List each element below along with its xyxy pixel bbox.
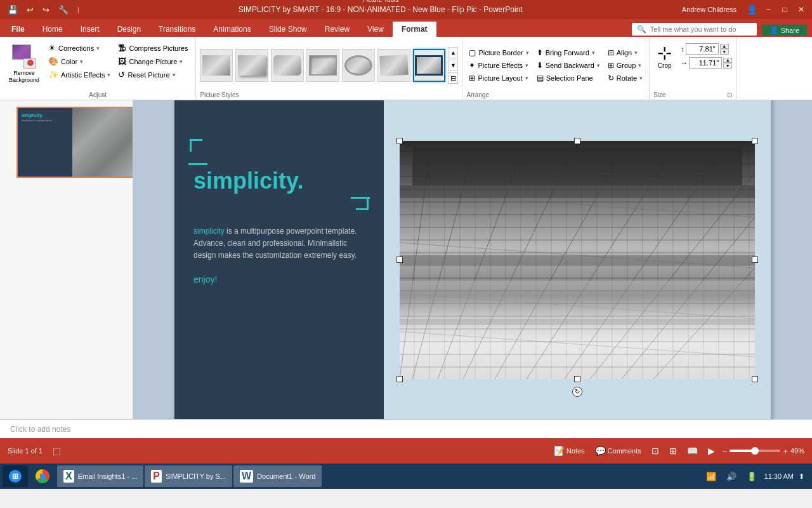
- gallery-expand-btn[interactable]: ⊟: [448, 72, 458, 84]
- handle-bottom-right[interactable]: [752, 376, 758, 382]
- view-reading-icon[interactable]: 📖: [684, 444, 700, 457]
- tab-slideshow[interactable]: Slide Show: [260, 22, 316, 37]
- notes-placeholder[interactable]: Click to add notes: [10, 425, 70, 434]
- tab-file[interactable]: File: [3, 22, 34, 37]
- bring-forward-button[interactable]: ⬆ Bring Forward ▾: [534, 47, 603, 58]
- zoom-in-btn[interactable]: +: [783, 446, 788, 456]
- view-slideshow-icon[interactable]: ▶: [705, 444, 717, 457]
- slide-body[interactable]: simplicity is a multipurpose powerpoint …: [193, 225, 365, 262]
- taskbar-ppt[interactable]: P SIMPLICITY by S...: [145, 465, 232, 487]
- tab-insert[interactable]: Insert: [72, 22, 108, 37]
- tab-review[interactable]: Review: [316, 22, 358, 37]
- accessibility-icon[interactable]: ⬚: [50, 444, 63, 457]
- zoom-thumb[interactable]: [751, 447, 759, 455]
- taskbar-word[interactable]: W Document1 - Word: [233, 465, 322, 487]
- handle-bottom-left[interactable]: [396, 376, 403, 382]
- slide-thumbnail[interactable]: simplicity. simplicity is a multipurpose…: [16, 107, 133, 178]
- width-up-btn[interactable]: ▲: [723, 58, 732, 63]
- rotation-handle[interactable]: ↻: [572, 387, 582, 397]
- size-expand[interactable]: ⊡: [727, 91, 732, 98]
- redo-icon[interactable]: ↪: [40, 4, 52, 16]
- picture-style-2[interactable]: [235, 49, 268, 82]
- rotate-button[interactable]: ↻ Rotate ▾: [605, 72, 645, 84]
- zoom-out-btn[interactable]: −: [723, 446, 728, 456]
- zoom-track[interactable]: [730, 450, 780, 452]
- profile-icon[interactable]: 👤: [747, 4, 757, 15]
- artistic-effects-button[interactable]: ✨ Artistic Effects ▾: [46, 69, 113, 81]
- search-input[interactable]: [650, 25, 752, 33]
- bring-forward-label: Bring Forward: [546, 49, 589, 57]
- tab-home[interactable]: Home: [34, 22, 72, 37]
- tab-transitions[interactable]: Transitions: [150, 22, 204, 37]
- tab-format[interactable]: Format: [393, 22, 436, 37]
- slide-canvas[interactable]: simplicity. simplicity is a multipurpose…: [174, 100, 771, 419]
- save-icon[interactable]: 💾: [5, 4, 20, 16]
- picture-border-button[interactable]: ▢ Picture Border ▾: [466, 47, 531, 58]
- group-button[interactable]: ⊞ Group ▾: [605, 60, 645, 71]
- picture-layout-button[interactable]: ⊞ Picture Layout ▾: [466, 72, 531, 84]
- taskbar-expand[interactable]: ⬆: [799, 472, 804, 481]
- height-up-btn[interactable]: ▲: [720, 44, 729, 49]
- selected-image-container[interactable]: ↻: [400, 141, 755, 379]
- picture-style-5[interactable]: [342, 49, 375, 82]
- width-down-btn[interactable]: ▼: [723, 64, 732, 69]
- width-input[interactable]: [689, 57, 722, 69]
- compress-pictures-button[interactable]: 🗜 Compress Pictures: [115, 42, 190, 54]
- taskbar-excel[interactable]: X Email Insights1 - ...: [57, 465, 143, 487]
- picture-style-6[interactable]: [377, 49, 410, 82]
- remove-background-button[interactable]: Remove Background: [5, 42, 43, 85]
- send-backward-button[interactable]: ⬇ Send Backward ▾: [534, 60, 603, 71]
- undo-icon[interactable]: ↩: [24, 4, 36, 16]
- thumb-bg: simplicity. simplicity is a multipurpose…: [18, 108, 133, 177]
- maximize-btn[interactable]: □: [779, 4, 790, 15]
- minimize-btn[interactable]: −: [763, 4, 774, 15]
- title-container[interactable]: simplicity.: [193, 143, 365, 206]
- handle-bottom-middle[interactable]: [574, 376, 580, 382]
- tab-design[interactable]: Design: [108, 22, 150, 37]
- picture-style-3[interactable]: [271, 49, 304, 82]
- notes-bar[interactable]: Click to add notes: [0, 419, 812, 438]
- volume-icon[interactable]: 🔊: [724, 471, 739, 483]
- color-button[interactable]: 🎨 Color ▾: [46, 55, 113, 67]
- zoom-slider[interactable]: − + 49%: [723, 446, 804, 456]
- slide-image[interactable]: [400, 141, 755, 379]
- slide-enjoy[interactable]: enjoy!: [193, 274, 365, 284]
- close-btn[interactable]: ✕: [796, 4, 807, 15]
- tab-animations[interactable]: Animations: [204, 22, 259, 37]
- height-input[interactable]: [686, 43, 719, 55]
- picture-style-4[interactable]: [306, 49, 339, 82]
- handle-top-right[interactable]: [752, 138, 758, 144]
- picture-style-1[interactable]: [200, 49, 233, 82]
- reset-picture-button[interactable]: ↺ Reset Picture ▾: [115, 69, 190, 81]
- slide-item-1[interactable]: 1 ★ simplicity. simplicity is a multipur…: [4, 107, 129, 178]
- gallery-up-btn[interactable]: ▲: [448, 47, 458, 58]
- comments-btn[interactable]: 💬 Comments: [593, 444, 644, 457]
- gallery-down-btn[interactable]: ▼: [448, 60, 458, 71]
- zoom-level[interactable]: 49%: [790, 447, 804, 455]
- share-button[interactable]: 👤 Share: [762, 25, 807, 36]
- tab-view[interactable]: View: [358, 22, 393, 37]
- align-button[interactable]: ⊟ Align ▾: [605, 47, 645, 58]
- crop-button[interactable]: ⊹ Crop: [653, 43, 676, 70]
- search-box[interactable]: 🔍: [632, 23, 757, 36]
- notes-btn[interactable]: 📝 Notes: [551, 444, 587, 457]
- view-slide-sorter-icon[interactable]: ⊞: [667, 444, 679, 457]
- taskbar-chrome[interactable]: [29, 465, 56, 487]
- change-picture-button[interactable]: 🖼 Change Picture ▾: [115, 55, 190, 67]
- customize-icon[interactable]: 🔧: [56, 4, 71, 16]
- battery-icon[interactable]: 🔋: [744, 471, 759, 483]
- height-down-btn[interactable]: ▼: [720, 50, 729, 55]
- view-normal-icon[interactable]: ⊡: [649, 444, 662, 457]
- handle-middle-right[interactable]: [752, 257, 758, 263]
- corrections-button[interactable]: ☀ Corrections ▾: [46, 42, 113, 54]
- handle-middle-left[interactable]: [396, 257, 403, 263]
- body-keyword: simplicity: [193, 227, 225, 236]
- handle-top-left[interactable]: [396, 138, 403, 144]
- handle-top-middle[interactable]: [574, 138, 580, 144]
- picture-effects-button[interactable]: ✦ Picture Effects ▾: [466, 60, 531, 71]
- selection-pane-button[interactable]: ▤ Selection Pane: [534, 72, 603, 84]
- width-row: ↔ ▲ ▼: [681, 57, 732, 69]
- network-icon[interactable]: 📶: [704, 471, 719, 483]
- picture-style-7[interactable]: [413, 49, 446, 82]
- start-button[interactable]: ⊞: [3, 465, 28, 487]
